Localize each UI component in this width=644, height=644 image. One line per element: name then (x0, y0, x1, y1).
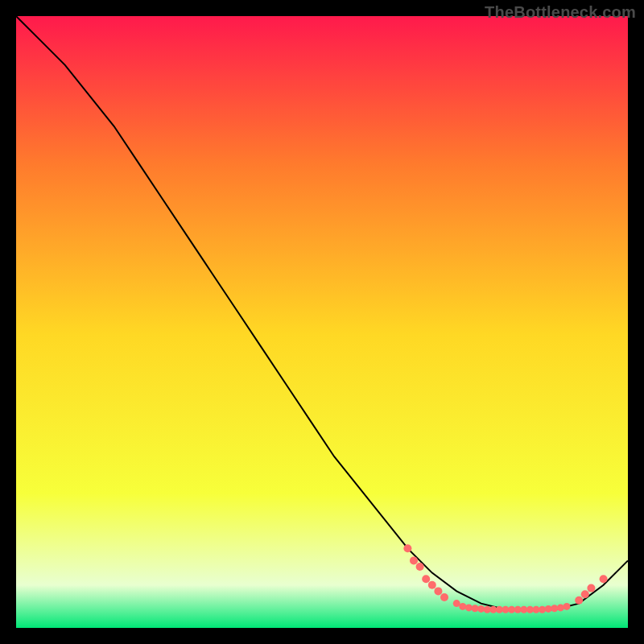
highlight-point (564, 603, 571, 610)
highlight-point (539, 606, 546, 613)
highlight-point (428, 581, 436, 589)
highlight-point (410, 556, 418, 564)
highlight-point (557, 604, 564, 611)
highlight-point (472, 605, 479, 612)
highlight-point (477, 605, 485, 613)
highlight-point (587, 584, 595, 592)
gradient-background (16, 16, 628, 628)
plot-area (16, 16, 628, 628)
chart-wrapper: TheBottleneck.com (0, 0, 644, 644)
chart-svg (16, 16, 628, 628)
highlight-point (551, 605, 558, 612)
highlight-point (581, 590, 589, 598)
highlight-point (459, 603, 466, 610)
highlight-point (575, 597, 583, 605)
highlight-point (403, 544, 411, 552)
highlight-point (600, 575, 608, 583)
watermark-label: TheBottleneck.com (485, 3, 636, 22)
highlight-point (422, 575, 430, 583)
highlight-point (465, 604, 473, 611)
highlight-point (416, 563, 424, 571)
highlight-point (545, 605, 552, 613)
highlight-point (434, 587, 442, 595)
highlight-point (440, 593, 448, 601)
